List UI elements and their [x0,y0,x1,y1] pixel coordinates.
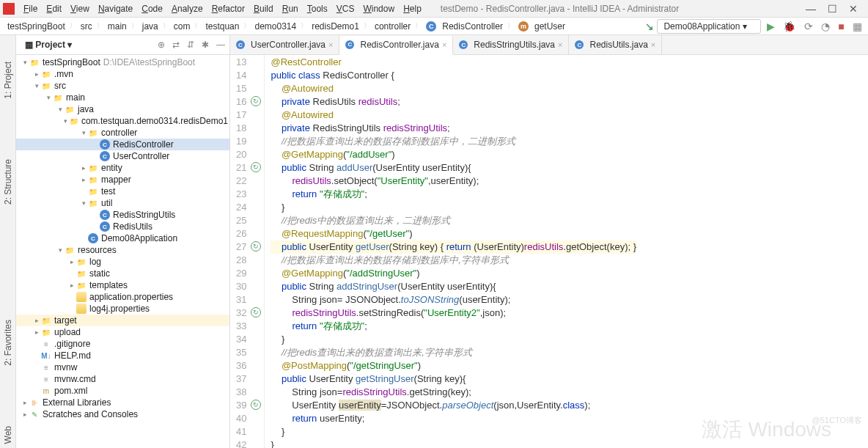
stop-icon[interactable]: ■ [835,21,847,32]
tree-usercontroller[interactable]: CUserController [16,150,229,162]
tool-favorites[interactable]: 2: Favorites [3,315,13,370]
menu-file[interactable]: File [19,2,42,15]
menu-help[interactable]: Help [399,2,426,15]
code-line[interactable]: String json=redisStringUtils.getString(k… [271,386,636,399]
crumb-rediscontroller[interactable]: CRedisController [422,20,507,33]
code-line[interactable]: String json= JSONObject.toJSONString(use… [271,293,636,306]
tree-external-libraries[interactable]: ▸⊪External Libraries [16,397,229,408]
tree-src[interactable]: ▾📁src [16,80,229,92]
layout-icon[interactable]: ▦ [850,21,865,32]
code-line[interactable]: private RedisUtils redisUtils; [271,95,636,109]
code-line[interactable]: } [271,438,636,448]
crumb-java[interactable]: java [138,20,163,33]
gutter-run-icon[interactable]: ↻ [251,162,261,172]
menu-vcs[interactable]: VCS [332,2,359,15]
close-tab-icon[interactable]: × [442,40,446,49]
code-line[interactable]: public String addStringUser(UserEntity u… [271,280,636,293]
tree-test[interactable]: 📁test [16,186,229,197]
menu-build[interactable]: Build [249,2,278,15]
menu-view[interactable]: View [66,2,94,15]
collapse-icon[interactable]: ⇵ [187,40,194,50]
tree-log[interactable]: ▸📁log [16,256,229,268]
code-line[interactable]: //把redis中的数据查询出来，二进制形式 [271,214,636,227]
code-line[interactable]: private RedisStringUtils redisStringUtil… [271,122,636,135]
tab-usercontroller-java[interactable]: CUserController.java× [230,35,339,54]
code-line[interactable]: @RestController [271,56,636,69]
tree-testspringboot[interactable]: ▾📁testSpringBootD:\IDEA\testSpringBoot [16,56,229,68]
code-line[interactable]: UserEntity userEntity=JSONObject.parseOb… [271,399,636,412]
code-line[interactable]: redisUtils.setObject("UserEntity",userEn… [271,175,636,188]
menu-code[interactable]: Code [137,2,167,15]
code-line[interactable]: public class RedisController { [271,69,636,82]
tree-entity[interactable]: ▸📁entity [16,162,229,174]
code-line[interactable]: @RequestMapping("/getUser") [271,227,636,240]
crumb-getuser[interactable]: mgetUser [514,20,570,33]
code-line[interactable]: @Autowired [271,82,636,95]
code-line[interactable]: public String addUser(UserEntity userEnt… [271,161,636,175]
crumb-testquan[interactable]: testquan [201,20,243,33]
build-icon[interactable]: ↘ [645,21,654,32]
gutter-run-icon[interactable]: ↻ [251,241,261,251]
tree-redisutils[interactable]: CRedisUtils [16,221,229,232]
menu-refactor[interactable]: Refactor [207,2,249,15]
tree--gitignore[interactable]: ≡.gitignore [16,338,229,350]
tree-controller[interactable]: ▾📁controller [16,127,229,139]
crumb-src[interactable]: src [76,20,97,33]
tree-redisstringutils[interactable]: CRedisStringUtils [16,209,229,221]
gutter-run-icon[interactable]: ↻ [251,96,261,106]
minimize-icon[interactable]: — [806,3,816,15]
hide-icon[interactable]: — [216,40,225,50]
project-view-label[interactable]: ▦ Project ▾ [21,38,76,51]
code-line[interactable]: return userEntity; [271,412,636,425]
close-tab-icon[interactable]: × [651,40,655,49]
tree-com-testquan-demo0314-redisdemo1[interactable]: ▾📁com.testquan.demo0314.redisDemo1 [16,115,229,127]
tree-log4j-properties[interactable]: log4j.properties [16,303,229,315]
tree-scratches-and-consoles[interactable]: ▸✎Scratches and Consoles [16,408,229,420]
project-tree[interactable]: ▾📁testSpringBootD:\IDEA\testSpringBoot▸📁… [16,55,229,448]
tree-application-properties[interactable]: application.properties [16,291,229,303]
crumb-main[interactable]: main [103,20,131,33]
code-line[interactable]: @GetMapping("/addStringUser") [271,267,636,280]
tree-help-md[interactable]: M↓HELP.md [16,350,229,361]
tree-rediscontroller[interactable]: CRedisController [16,139,229,150]
tree--mvn[interactable]: ▸📁.mvn [16,68,229,80]
code-line[interactable]: return "存储成功"; [271,188,636,201]
profile-icon[interactable]: ◔ [818,21,833,32]
code-line[interactable]: } [271,201,636,214]
tree-upload[interactable]: ▸📁upload [16,326,229,338]
tab-redisutils-java[interactable]: CRedisUtils.java× [569,35,662,54]
code-line[interactable]: //把数据库查询出来的数据存储到数据库中，二进制形式 [271,135,636,148]
code-line[interactable]: public UserEntity getUser(String key) { … [271,240,636,254]
menu-analyze[interactable]: Analyze [167,2,207,15]
tree-util[interactable]: ▾📁util [16,197,229,209]
crumb-controller[interactable]: controller [370,20,415,33]
menu-run[interactable]: Run [278,2,303,15]
code-editor[interactable]: 13141516↻1718192021↻222324252627↻2829303… [230,55,868,448]
close-tab-icon[interactable]: × [558,40,562,49]
menu-navigate[interactable]: Navigate [94,2,137,15]
close-icon[interactable]: ✕ [849,3,858,15]
run-icon[interactable]: ▶ [764,21,778,32]
tree-mapper[interactable]: ▸📁mapper [16,174,229,186]
code-line[interactable]: public UserEntity getStringUser(String k… [271,372,636,386]
crumb-redisdemo1[interactable]: redisDemo1 [307,20,364,33]
menu-edit[interactable]: Edit [42,2,66,15]
tree-demo08application[interactable]: CDemo08Application [16,232,229,244]
code-line[interactable]: @PostMapping("/getStringUser") [271,359,636,372]
close-tab-icon[interactable]: × [328,40,333,49]
tab-redisstringutils-java[interactable]: CRedisStringUtils.java× [453,35,569,54]
tab-rediscontroller-java[interactable]: CRedisController.java× [339,36,453,55]
crumb-testspringboot[interactable]: testSpringBoot [3,20,70,33]
tree-mvnw[interactable]: ≡mvnw [16,361,229,373]
code-line[interactable]: } [271,333,636,346]
maximize-icon[interactable]: ☐ [828,3,837,15]
code-line[interactable]: @GetMapping("/addUser") [271,148,636,161]
gutter-run-icon[interactable]: ↻ [251,400,261,410]
tree-mvnw-cmd[interactable]: ≡mvnw.cmd [16,373,229,385]
tree-main[interactable]: ▾📁main [16,92,229,103]
crumb-com[interactable]: com [169,20,195,33]
menu-tools[interactable]: Tools [303,2,332,15]
tree-static[interactable]: 📁static [16,268,229,279]
code-line[interactable]: } [271,425,636,438]
coverage-icon[interactable]: ⟳ [801,21,816,32]
